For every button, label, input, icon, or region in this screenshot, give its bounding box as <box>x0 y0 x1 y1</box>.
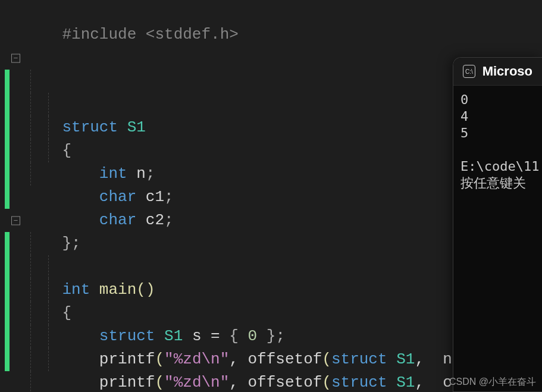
watermark-text: CSDN @小羊在奋斗 <box>449 376 536 388</box>
output-line: 0 <box>460 92 468 107</box>
code-line[interactable]: #include <stddef.h> <box>5 0 542 23</box>
fold-toggle-icon[interactable]: − <box>11 216 20 225</box>
output-line: 4 <box>460 109 468 124</box>
terminal-icon: C:\ <box>463 65 475 78</box>
output-path: E:\code\11 <box>460 159 539 174</box>
code-line[interactable] <box>5 23 542 46</box>
console-titlebar[interactable]: C:\ Microso <box>453 58 542 86</box>
console-window[interactable]: C:\ Microso 0 4 5 E:\code\11 按任意键关 <box>453 57 542 392</box>
console-output[interactable]: 0 4 5 E:\code\11 按任意键关 <box>453 86 542 197</box>
output-prompt: 按任意键关 <box>460 175 526 190</box>
console-title: Microso <box>483 64 532 79</box>
output-line: 5 <box>460 126 468 140</box>
fold-toggle-icon[interactable]: − <box>11 54 20 62</box>
